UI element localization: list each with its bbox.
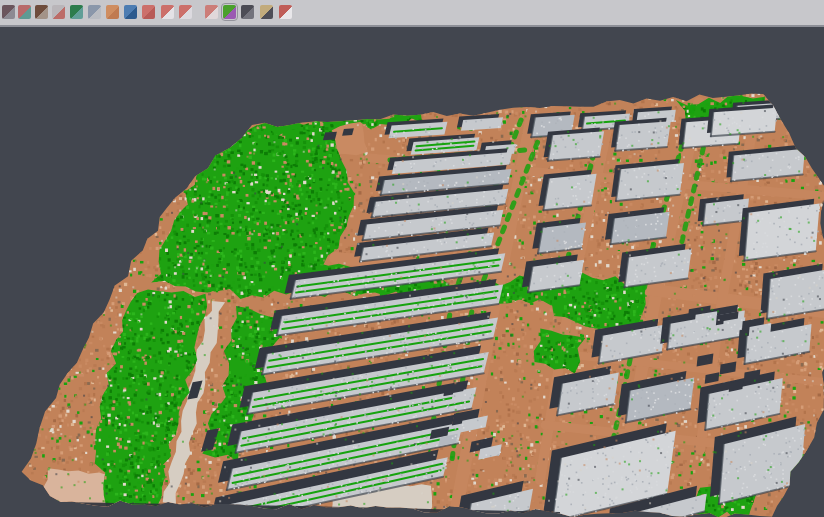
classification-icon[interactable] — [223, 5, 236, 19]
flag-icon[interactable] — [279, 5, 292, 19]
dense-cloud-icon[interactable] — [205, 5, 218, 19]
application-window: { "window": { "toolbar": { "background":… — [0, 0, 824, 517]
move-region-icon[interactable] — [18, 5, 31, 19]
region-select-icon[interactable] — [179, 5, 192, 19]
point-cloud-canvas[interactable] — [0, 27, 824, 517]
vegetation-icon[interactable] — [70, 5, 83, 19]
pan-icon[interactable] — [2, 5, 15, 19]
terrain-icon[interactable] — [35, 5, 48, 19]
toolbar — [0, 0, 824, 27]
target-icon[interactable] — [161, 5, 174, 19]
markers-icon[interactable] — [52, 5, 65, 19]
viewport-3d[interactable] — [0, 27, 824, 517]
mesh-icon[interactable] — [241, 5, 254, 19]
layers-icon[interactable] — [142, 5, 155, 19]
orthophoto-icon[interactable] — [106, 5, 119, 19]
ruler-icon[interactable] — [88, 5, 101, 19]
globe-icon[interactable] — [124, 5, 137, 19]
texture-icon[interactable] — [260, 5, 273, 19]
